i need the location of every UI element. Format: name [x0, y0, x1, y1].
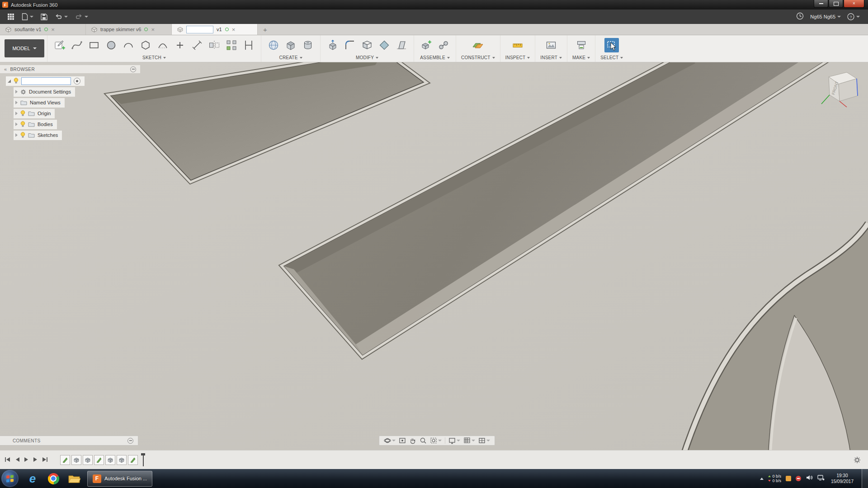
browser-item-origin[interactable]: Origin — [14, 109, 55, 118]
zoom-fit-icon[interactable] — [430, 437, 442, 444]
play-icon[interactable] — [24, 456, 29, 464]
browser-item-document-settings[interactable]: Document Settings — [14, 87, 75, 97]
expand-triangle-icon[interactable] — [15, 133, 18, 137]
shell-icon[interactable] — [360, 38, 374, 52]
minimize-button[interactable] — [814, 0, 828, 8]
tab-rename-field[interactable] — [186, 26, 213, 33]
modify-menu[interactable]: MODIFY — [356, 55, 378, 60]
expand-triangle-icon[interactable] — [8, 80, 11, 83]
undo-icon[interactable] — [55, 14, 68, 20]
expand-triangle-icon[interactable] — [15, 101, 18, 104]
arc-icon[interactable] — [121, 38, 136, 52]
tray-app-icon[interactable] — [786, 476, 791, 481]
new-component-icon[interactable] — [419, 38, 434, 52]
expand-triangle-icon[interactable] — [15, 90, 18, 94]
timeline-sketch-feature[interactable] — [128, 455, 138, 465]
network-status-icon[interactable] — [817, 474, 825, 483]
circle-icon[interactable] — [104, 38, 118, 52]
measure-icon[interactable] — [510, 38, 525, 52]
taskbar-active-app[interactable]: F Autodesk Fusion ... — [87, 471, 152, 487]
make-menu[interactable]: MAKE — [572, 55, 590, 60]
hole-icon[interactable] — [301, 38, 315, 52]
display-settings-icon[interactable] — [448, 437, 460, 444]
redo-icon[interactable] — [75, 14, 88, 20]
tab-close-icon[interactable]: × — [51, 27, 55, 33]
select-tool-icon[interactable] — [604, 38, 619, 52]
visibility-bulb-icon[interactable] — [14, 78, 19, 84]
viewport-layout-icon[interactable] — [478, 437, 490, 444]
rectangle-icon[interactable] — [87, 38, 101, 52]
create-form-icon[interactable] — [266, 38, 281, 52]
inspect-menu[interactable]: INSPECT — [505, 55, 530, 60]
new-tab-button[interactable]: + — [258, 24, 273, 35]
document-tab-active[interactable]: v1 × — [172, 24, 258, 35]
viewcube[interactable]: FRONT — [821, 68, 866, 117]
draft-icon[interactable] — [394, 38, 409, 52]
timeline-sketch-feature[interactable] — [60, 455, 70, 465]
expand-triangle-icon[interactable] — [15, 122, 18, 126]
visibility-bulb-icon[interactable] — [20, 121, 25, 127]
polygon-icon[interactable] — [138, 38, 153, 52]
apps-grid-icon[interactable] — [7, 13, 14, 20]
point-icon[interactable] — [173, 38, 187, 52]
browser-item-named-views[interactable]: Named Views — [14, 98, 65, 108]
component-rename-input[interactable] — [21, 77, 71, 85]
document-tab[interactable]: trappe skimmer v6 × — [86, 24, 172, 35]
create-menu[interactable]: CREATE — [279, 55, 302, 60]
save-icon[interactable] — [41, 14, 47, 20]
chrome-icon[interactable] — [47, 472, 60, 485]
project-icon[interactable] — [241, 38, 256, 52]
skip-to-end-icon[interactable] — [42, 456, 48, 464]
fillet-icon[interactable] — [343, 38, 357, 52]
taskbar-clock[interactable]: 19:30 15/09/2017 — [831, 473, 854, 485]
start-button[interactable] — [1, 470, 19, 487]
skip-to-start-icon[interactable] — [5, 456, 11, 464]
pan-icon[interactable] — [409, 437, 416, 444]
comments-bar[interactable]: COMMENTS — [0, 436, 138, 446]
chamfer-icon[interactable] — [377, 38, 392, 52]
tab-close-icon[interactable]: × — [151, 27, 155, 33]
timeline-feature[interactable] — [71, 455, 81, 465]
tab-close-icon[interactable]: × — [232, 27, 236, 33]
orbit-icon[interactable] — [384, 437, 396, 444]
user-account-menu[interactable]: Ng65 Ng65 — [810, 14, 841, 19]
spline-icon[interactable] — [70, 38, 84, 52]
collapse-all-icon[interactable] — [130, 66, 136, 72]
job-status-clock-icon[interactable] — [796, 12, 804, 22]
zoom-icon[interactable] — [420, 437, 427, 444]
collapse-panel-icon[interactable]: « — [4, 67, 7, 72]
select-menu[interactable]: SELECT — [600, 55, 623, 60]
conic-curve-icon[interactable] — [156, 38, 170, 52]
sketch-menu[interactable]: SKETCH — [142, 55, 166, 60]
close-button[interactable]: × — [844, 0, 864, 8]
show-desktop-button[interactable] — [862, 469, 868, 488]
maximize-button[interactable] — [829, 0, 843, 8]
press-pull-icon[interactable] — [326, 38, 340, 52]
timeline-position-marker[interactable] — [141, 453, 145, 466]
visibility-bulb-icon[interactable] — [20, 132, 25, 138]
grid-display-icon[interactable] — [463, 437, 475, 444]
sketch-dimension-icon[interactable] — [190, 38, 204, 52]
create-sketch-icon[interactable] — [52, 38, 67, 52]
network-speed-monitor[interactable]: 0 b/s 0 b/s — [768, 474, 781, 483]
joint-icon[interactable] — [436, 38, 451, 52]
step-forward-icon[interactable] — [33, 456, 38, 464]
extrude-icon[interactable] — [283, 38, 298, 52]
mirror-icon[interactable] — [207, 38, 222, 52]
timeline-feature[interactable] — [105, 455, 115, 465]
timeline-sketch-feature[interactable] — [94, 455, 104, 465]
file-menu-icon[interactable] — [22, 13, 33, 20]
insert-image-icon[interactable] — [544, 38, 558, 52]
internet-explorer-icon[interactable]: e — [26, 472, 39, 485]
3d-print-icon[interactable] — [574, 38, 589, 52]
activate-component-radio[interactable] — [74, 78, 80, 84]
browser-item-sketches[interactable]: Sketches — [14, 131, 62, 140]
timeline-settings-gear-icon[interactable] — [854, 456, 861, 464]
browser-item-bodies[interactable]: Bodies — [14, 120, 57, 129]
assemble-menu[interactable]: ASSEMBLE — [420, 55, 450, 60]
workspace-selector[interactable]: MODEL — [5, 39, 44, 57]
expand-triangle-icon[interactable] — [15, 112, 18, 115]
file-explorer-icon[interactable] — [67, 472, 81, 485]
tray-alert-icon[interactable] — [796, 476, 801, 481]
document-tab[interactable]: souflante v1 × — [0, 24, 86, 35]
